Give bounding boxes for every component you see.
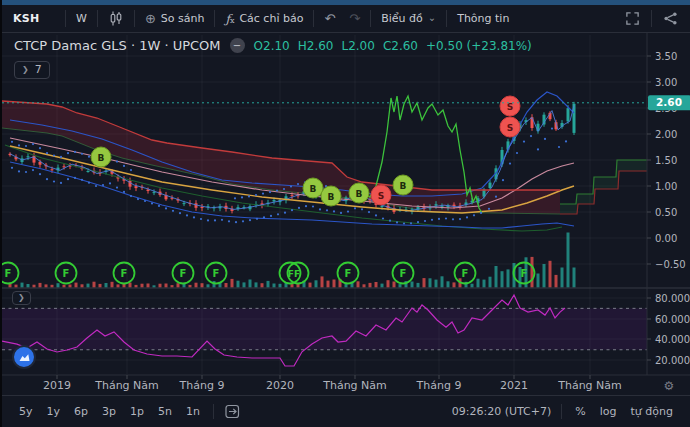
rsi-tick-label: 40.0000 <box>655 334 690 345</box>
interval-button[interactable]: W <box>69 10 94 27</box>
fullscreen-button[interactable] <box>617 8 648 29</box>
chevron-down-icon: ⌄ <box>428 13 436 23</box>
chart-menu-label: Biểu đồ <box>381 13 423 24</box>
toolbar-divider <box>134 10 135 27</box>
svg-text:B: B <box>328 192 335 202</box>
toolbar-divider <box>214 10 215 27</box>
trading-app: KSH W ⊕ So sánh ƒx Các chỉ báo ↶ <box>0 0 690 427</box>
time-tick-label: Tháng 9 <box>416 379 462 392</box>
minus-icon: − <box>233 41 241 51</box>
svg-text:F: F <box>5 268 12 279</box>
redo-icon: ↷ <box>349 12 360 25</box>
price-tick-label: −0.50 <box>655 259 686 270</box>
auto-scale-toggle[interactable]: tự động <box>624 402 680 421</box>
svg-text:F: F <box>213 268 220 279</box>
undo-button[interactable]: ↶ <box>317 9 342 28</box>
indicators-collapsed-badge[interactable]: ❯ 7 <box>14 61 50 79</box>
toolbar-divider <box>446 10 447 27</box>
chart-type-button[interactable] <box>101 8 131 29</box>
ohlc-readout: O2.10 H2.60 L2.00 C2.60 +0.50 (+23.81%) <box>254 40 532 52</box>
buy-signal-marker: B <box>321 186 341 206</box>
svg-text:B: B <box>400 181 407 191</box>
symbol-button[interactable]: KSH <box>6 10 62 27</box>
svg-text:FF: FF <box>288 269 300 279</box>
svg-text:F: F <box>521 268 528 279</box>
series-title[interactable]: CTCP Damac GLS · 1W · UPCOM <box>14 39 221 52</box>
area-chart-logo-icon <box>18 351 31 364</box>
legend-collapse-button[interactable]: − <box>230 38 245 53</box>
svg-text:F: F <box>180 268 187 279</box>
rsi-tick-label: 60.0000 <box>655 314 690 325</box>
last-price-badge: 2.60 <box>648 95 690 110</box>
chevron-right-icon: ❯ <box>22 65 29 75</box>
percent-scale-toggle[interactable]: % <box>568 402 592 421</box>
svg-text:F: F <box>400 268 407 279</box>
rsi-tick-label: 20.0000 <box>655 355 690 366</box>
price-tick-label: 0.50 <box>655 207 677 218</box>
price-tick-label: 2.00 <box>655 129 677 140</box>
svg-text:F: F <box>121 268 128 279</box>
toolbar-divider <box>65 10 66 27</box>
chevron-right-icon: ❯ <box>18 293 25 303</box>
buy-signal-marker: B <box>91 147 111 167</box>
indicator-count: 7 <box>35 63 42 77</box>
chart-layout-menu-button[interactable]: Biểu đồ ⌄ <box>374 10 443 27</box>
toolbar-divider <box>370 10 371 27</box>
redo-button[interactable]: ↷ <box>342 9 367 28</box>
indicators-label: Các chỉ báo <box>239 13 303 24</box>
price-tick-label: 3.00 <box>655 77 677 88</box>
sell-signal-marker: S <box>500 117 520 137</box>
info-button[interactable]: Thông tin <box>450 10 516 27</box>
platform-logo[interactable] <box>12 345 36 369</box>
chart-area: FFFFFFFFFFFBBBBBSSS3.503.002.502.001.501… <box>2 33 690 395</box>
buy-signal-marker: B <box>303 178 323 198</box>
time-tick-label: 2020 <box>266 379 294 392</box>
chart-legend: CTCP Damac GLS · 1W · UPCOM − O2.10 H2.6… <box>14 38 532 53</box>
svg-text:F: F <box>63 268 70 279</box>
sell-signal-marker: S <box>371 185 391 205</box>
candlestick-icon <box>109 11 123 26</box>
range-button-1y[interactable]: 1y <box>40 402 68 421</box>
price-tick-label: 1.00 <box>655 181 677 192</box>
svg-text:F: F <box>462 268 469 279</box>
gear-icon[interactable]: ⚙ <box>664 379 675 393</box>
indicators-button[interactable]: ƒx Các chỉ báo <box>218 10 310 28</box>
close-value: C2.60 <box>383 40 418 52</box>
svg-text:2.60: 2.60 <box>656 96 682 108</box>
footer-divider <box>213 404 214 419</box>
price-tick-label: 1.50 <box>655 155 677 166</box>
footer-divider <box>561 404 562 419</box>
log-scale-toggle[interactable]: log <box>593 402 624 421</box>
range-button-1n[interactable]: 1n <box>179 402 207 421</box>
svg-text:B: B <box>310 184 317 194</box>
range-button-1p[interactable]: 1p <box>123 402 151 421</box>
toolbar-divider <box>651 10 652 27</box>
toolbar-right-group <box>617 8 686 29</box>
chart-canvas[interactable]: FFFFFFFFFFFBBBBBSSS3.503.002.502.001.501… <box>2 33 690 395</box>
compare-button[interactable]: ⊕ So sánh <box>138 9 212 28</box>
go-to-date-button[interactable] <box>220 401 245 422</box>
share-button[interactable] <box>655 8 686 29</box>
time-tick-label: Tháng 9 <box>179 379 225 392</box>
low-value: L2.00 <box>341 40 374 52</box>
change-value: +0.50 (+23.81%) <box>426 40 532 52</box>
svg-text:S: S <box>378 191 384 201</box>
rsi-pane-collapse-button[interactable]: ❯ <box>12 291 31 305</box>
range-button-5y[interactable]: 5y <box>12 402 40 421</box>
bottom-toolbar: 5y1y6p3p1p5n1n 09:26:20 (UTC+7) % log tự… <box>2 395 690 427</box>
sell-signal-marker: S <box>500 96 520 116</box>
clock-timezone-button[interactable]: 09:26:20 (UTC+7) <box>448 402 556 421</box>
price-tick-label: 3.50 <box>655 51 677 62</box>
range-button-5n[interactable]: 5n <box>151 402 179 421</box>
plus-circle-icon: ⊕ <box>145 12 156 25</box>
fx-icon: ƒx <box>225 13 234 25</box>
range-button-6p[interactable]: 6p <box>67 402 95 421</box>
range-button-3p[interactable]: 3p <box>95 402 123 421</box>
top-toolbar: KSH W ⊕ So sánh ƒx Các chỉ báo ↶ <box>2 5 690 33</box>
undo-icon: ↶ <box>324 12 335 25</box>
svg-text:F: F <box>345 268 352 279</box>
buy-signal-marker: B <box>349 183 369 203</box>
toolbar-divider <box>313 10 314 27</box>
price-tick-label: 0.00 <box>655 233 677 244</box>
fullscreen-icon <box>625 11 640 26</box>
